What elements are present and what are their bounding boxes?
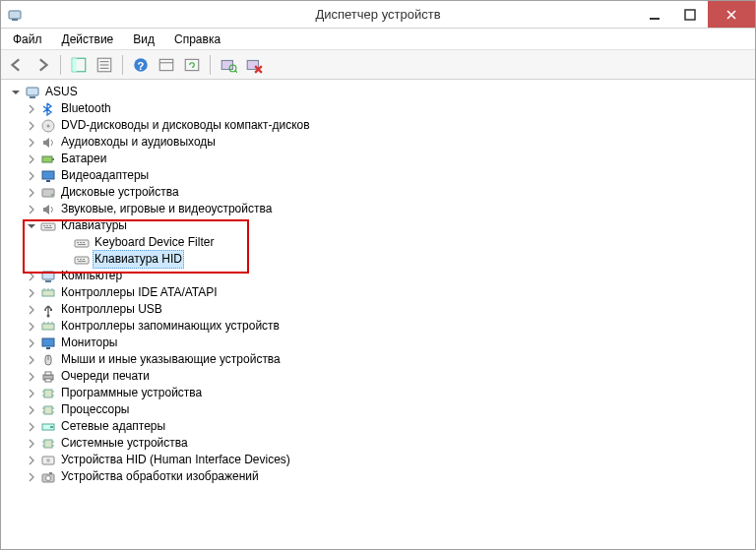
show-hide-tree-button[interactable] <box>67 53 91 77</box>
expand-icon[interactable] <box>25 286 38 300</box>
expand-icon[interactable] <box>25 370 38 384</box>
uninstall-button[interactable] <box>242 53 266 77</box>
expand-icon[interactable] <box>25 153 38 166</box>
expand-icon[interactable] <box>25 119 38 133</box>
tree-category-printq[interactable]: Очереди печати <box>3 368 755 385</box>
svg-rect-38 <box>78 244 86 245</box>
svg-point-50 <box>47 314 50 317</box>
expand-icon[interactable] <box>25 437 38 451</box>
menu-help[interactable]: Справка <box>166 31 228 48</box>
expand-icon[interactable] <box>25 420 38 434</box>
forward-button[interactable] <box>31 53 54 77</box>
tree-device-khid[interactable]: Клавиатура HID <box>3 251 755 268</box>
tree-category-keyboards[interactable]: Клавиатуры <box>3 217 755 234</box>
svg-rect-44 <box>42 272 54 279</box>
toolbar-separator <box>60 55 61 75</box>
expand-icon[interactable] <box>25 102 38 116</box>
scan-hardware-button[interactable] <box>217 53 240 77</box>
expand-icon[interactable] <box>25 320 38 334</box>
speaker-icon <box>40 135 56 151</box>
tree-category-ide[interactable]: Контроллеры IDE ATA/ATAPI <box>3 284 755 301</box>
expand-icon[interactable] <box>25 169 38 183</box>
tree-item-label: Системные устройства <box>59 435 190 452</box>
svg-rect-12 <box>159 59 173 70</box>
minimize-button[interactable] <box>637 1 672 28</box>
menu-view[interactable]: Вид <box>125 31 162 48</box>
refresh-button[interactable] <box>180 53 204 77</box>
svg-point-51 <box>44 309 46 311</box>
tree-device-kdf[interactable]: Keyboard Device Filter <box>3 234 755 251</box>
battery-icon <box>40 152 56 167</box>
tree-category-monitors[interactable]: Мониторы <box>3 335 755 351</box>
svg-rect-69 <box>44 406 52 414</box>
expand-icon[interactable] <box>25 336 38 350</box>
collapse-icon[interactable] <box>9 86 23 99</box>
tree-category-disk[interactable]: Дисковые устройства <box>3 184 755 201</box>
tree-category-system[interactable]: Системные устройства <box>3 435 755 452</box>
expand-icon[interactable] <box>25 470 38 484</box>
expand-icon[interactable] <box>25 203 38 216</box>
tree-root-node[interactable]: ASUS <box>3 84 755 100</box>
usb-icon <box>40 302 56 318</box>
menubar: Файл Действие Вид Справка <box>1 29 755 50</box>
tree-item-label: Клавиатуры <box>59 217 129 234</box>
toolbar-separator <box>122 55 123 75</box>
tree-item-label: Устройства HID (Human Interface Devices) <box>59 452 292 468</box>
device-tree[interactable]: ASUSBluetoothDVD-дисководы и дисководы к… <box>1 80 755 549</box>
tree-category-hid[interactable]: Устройства HID (Human Interface Devices) <box>3 452 755 468</box>
tree-item-label: Батареи <box>59 151 108 167</box>
expand-icon[interactable] <box>25 454 38 467</box>
close-button[interactable] <box>708 1 755 28</box>
collapse-icon[interactable] <box>25 219 38 233</box>
bluetooth-icon <box>40 101 56 117</box>
expand-icon[interactable] <box>25 387 38 400</box>
tree-category-battery[interactable]: Батареи <box>3 151 755 167</box>
maximize-button[interactable] <box>672 1 708 28</box>
expand-icon[interactable] <box>25 270 38 283</box>
tree-category-network[interactable]: Сетевые адаптеры <box>3 418 755 435</box>
svg-rect-31 <box>46 225 48 226</box>
tree-category-cpu[interactable]: Процессоры <box>3 401 755 418</box>
tree-category-storage-ctl[interactable]: Контроллеры запоминающих устройств <box>3 318 755 335</box>
tree-category-dvd[interactable]: DVD-дисководы и дисководы компакт-дисков <box>3 117 755 134</box>
svg-point-82 <box>46 458 50 462</box>
computer-icon <box>25 85 40 100</box>
expand-icon[interactable] <box>25 403 38 417</box>
computer-icon <box>40 269 56 284</box>
hid-icon <box>40 453 56 468</box>
chip-icon <box>40 386 56 401</box>
tree-category-usbctl[interactable]: Контроллеры USB <box>3 301 755 318</box>
svg-point-84 <box>46 475 51 480</box>
properties-button[interactable] <box>93 53 116 77</box>
tree-category-computer[interactable]: Компьютер <box>3 268 755 284</box>
keyboard-icon <box>74 235 90 251</box>
tree-category-bluetooth[interactable]: Bluetooth <box>3 100 755 117</box>
expand-icon[interactable] <box>25 136 38 150</box>
back-button[interactable] <box>5 53 29 77</box>
tree-item-label: Программные устройства <box>59 385 204 401</box>
svg-rect-37 <box>83 242 85 243</box>
svg-rect-75 <box>50 426 53 428</box>
menu-file[interactable]: Файл <box>5 31 50 48</box>
controller-icon <box>40 319 56 335</box>
device-manager-window: Диспетчер устройств Файл Действие Вид Сп… <box>0 0 756 550</box>
tree-category-audio[interactable]: Аудиовходы и аудиовыходы <box>3 134 755 151</box>
tree-category-video[interactable]: Видеоадаптеры <box>3 167 755 184</box>
svg-rect-14 <box>185 59 199 70</box>
svg-rect-39 <box>75 257 89 264</box>
tree-category-imaging[interactable]: Устройства обработки изображений <box>3 468 755 485</box>
expand-icon[interactable] <box>25 353 38 367</box>
expand-icon[interactable] <box>25 186 38 200</box>
tree-category-software[interactable]: Программные устройства <box>3 385 755 401</box>
svg-rect-57 <box>42 338 54 346</box>
help-button[interactable]: ? <box>129 53 153 77</box>
tree-category-sound[interactable]: Звуковые, игровые и видеоустройства <box>3 201 755 217</box>
svg-rect-24 <box>52 158 54 160</box>
tree-category-mice[interactable]: Мыши и иные указывающие устройства <box>3 351 755 368</box>
svg-rect-76 <box>44 440 52 448</box>
speaker-icon <box>40 202 56 217</box>
svg-rect-23 <box>42 156 52 162</box>
expand-icon[interactable] <box>25 303 38 317</box>
view-button[interactable] <box>155 53 178 77</box>
menu-action[interactable]: Действие <box>54 31 122 48</box>
